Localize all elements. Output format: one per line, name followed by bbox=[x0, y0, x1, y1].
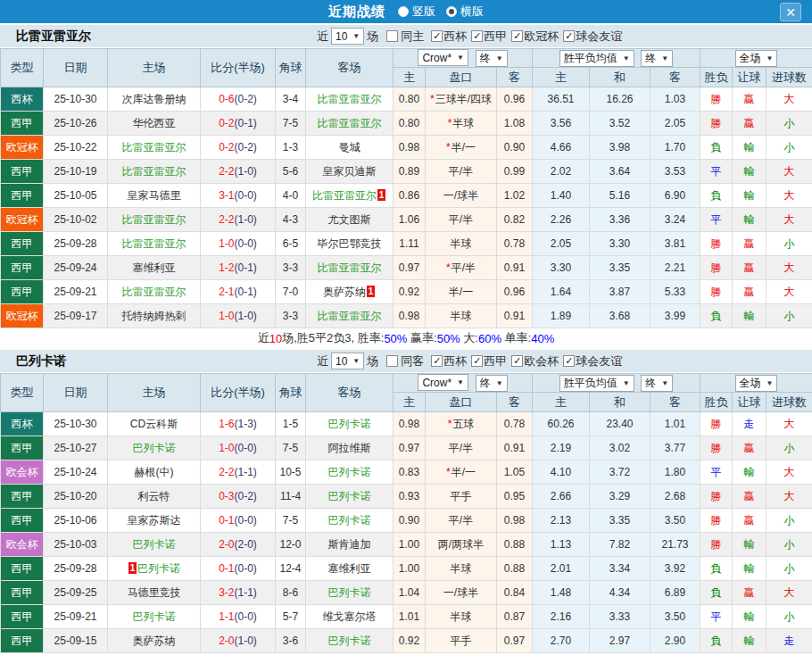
league-filter-checkbox[interactable]: ✓ bbox=[563, 355, 575, 367]
avg-home-odds: 36.51 bbox=[533, 87, 590, 112]
result-wdl: 平 bbox=[700, 605, 733, 629]
result-wdl: 負 bbox=[700, 557, 733, 581]
fulltime-score: 3-2 bbox=[219, 586, 234, 599]
corner-score: 3-3 bbox=[276, 256, 306, 280]
team-name: 比雷亚雷亚尔 bbox=[318, 310, 382, 322]
games-count-select[interactable]: 10 ▼ bbox=[331, 28, 364, 45]
avg-stage-select[interactable]: 终▼ bbox=[641, 375, 673, 392]
result-goals: 小 bbox=[766, 533, 812, 557]
match-date: 25-10-19 bbox=[44, 160, 108, 184]
home-team: 1巴列卡诺 bbox=[108, 557, 201, 581]
avg-stage-select[interactable]: 终▼ bbox=[641, 50, 673, 67]
col-result-wdl: 胜负 bbox=[700, 393, 733, 412]
chevron-down-icon: ▼ bbox=[352, 357, 360, 365]
away-odds: 0.78 bbox=[497, 232, 533, 256]
bookmaker-select[interactable]: Crow*▼ bbox=[418, 49, 468, 66]
scope-value: 全场 bbox=[740, 376, 761, 391]
result-goals: 走 bbox=[766, 629, 812, 653]
games-unit-label: 场 bbox=[367, 29, 378, 45]
team-name: 尤文图斯 bbox=[328, 213, 371, 226]
handicap-line: 半球 bbox=[426, 557, 497, 581]
league-filter-checkbox[interactable]: ✓ bbox=[431, 355, 443, 367]
fulltime-score: 3-1 bbox=[219, 189, 234, 202]
avg-draw-odds: 3.36 bbox=[590, 208, 650, 232]
radio-horizontal-layout[interactable]: 横版 bbox=[446, 4, 484, 20]
match-row: 西甲25-09-21巴列卡诺1-1(0-0)5-7维戈塞尔塔1.01半球0.87… bbox=[1, 605, 812, 629]
fulltime-score: 0-2 bbox=[219, 141, 234, 153]
summary-segment: 赢率: bbox=[407, 330, 436, 346]
result-goals: 大 bbox=[766, 256, 812, 280]
match-score: 0-2(0-2) bbox=[201, 136, 276, 160]
same-venue-checkbox[interactable] bbox=[386, 30, 398, 42]
home-team: 比雷亚雷亚尔 bbox=[108, 208, 201, 232]
games-count-value: 10 bbox=[336, 355, 347, 368]
home-odds: 0.97 bbox=[394, 256, 426, 280]
league-filter-checkbox[interactable]: ✓ bbox=[511, 355, 523, 367]
home-odds: 1.01 bbox=[394, 605, 426, 629]
radio-unselected-icon bbox=[398, 6, 409, 17]
league-type-badge: 西甲 bbox=[1, 581, 44, 605]
corner-score: 4-3 bbox=[276, 208, 306, 232]
avg-draw-odds: 3.87 bbox=[590, 280, 650, 304]
league-filter-checkbox[interactable]: ✓ bbox=[431, 30, 443, 42]
away-odds: 0.88 bbox=[497, 533, 533, 557]
result-handicap: 贏 bbox=[733, 112, 766, 136]
away-team: 巴列卡诺 bbox=[306, 460, 394, 485]
match-row: 欧冠杯25-10-22比雷亚雷亚尔0-2(0-2)1-3曼城0.98*半/一0.… bbox=[1, 136, 812, 160]
home-team: 皇家苏斯达 bbox=[108, 509, 201, 533]
scope-select[interactable]: 全场▼ bbox=[735, 375, 778, 392]
league-filter-checkbox[interactable]: ✓ bbox=[563, 30, 575, 42]
avg-type-select[interactable]: 胜平负均值▼ bbox=[559, 375, 634, 392]
team-name: 皇家马德里 bbox=[128, 189, 181, 202]
home-team: 利云特 bbox=[108, 485, 201, 509]
result-wdl: 負 bbox=[700, 184, 733, 208]
radio-vertical-layout[interactable]: 竖版 bbox=[398, 4, 435, 20]
odds-stage-select[interactable]: 终▼ bbox=[476, 50, 508, 67]
avg-draw-odds: 3.72 bbox=[590, 460, 650, 485]
team-name: 次库达鲁册纳 bbox=[122, 93, 186, 105]
result-handicap: 輸 bbox=[733, 557, 766, 581]
games-count-select[interactable]: 10 ▼ bbox=[331, 353, 364, 369]
close-button[interactable]: ✕ bbox=[780, 3, 801, 21]
odds-stage-select[interactable]: 终▼ bbox=[476, 375, 508, 392]
matches-table: 类型 日期 主场 比分(半场) 角球 客场 Crow*▼ 终▼ 胜平负均值▼ 终… bbox=[0, 373, 812, 653]
col-date: 日期 bbox=[44, 374, 108, 412]
avg-group-header: 胜平负均值▼ 终▼ bbox=[533, 49, 700, 68]
avg-away-odds: 3.24 bbox=[650, 208, 700, 232]
avg-home-odds: 2.02 bbox=[533, 160, 590, 184]
league-filter-checkbox[interactable]: ✓ bbox=[471, 30, 483, 42]
avg-away-odds: 21.73 bbox=[650, 533, 700, 557]
chevron-down-icon: ▼ bbox=[661, 54, 668, 62]
team-name: 阿拉维斯 bbox=[328, 442, 371, 454]
league-filter-checkbox[interactable]: ✓ bbox=[471, 355, 483, 367]
league-filter-label: 西杯 bbox=[443, 29, 467, 45]
match-date: 25-09-21 bbox=[44, 280, 108, 304]
match-score: 2-1(0-1) bbox=[201, 280, 276, 304]
bookmaker-select[interactable]: Crow*▼ bbox=[418, 374, 468, 391]
corner-score: 1-5 bbox=[276, 412, 306, 436]
same-venue-checkbox[interactable] bbox=[386, 355, 398, 367]
avg-home-odds: 1.64 bbox=[533, 280, 590, 304]
home-odds: 0.80 bbox=[394, 112, 426, 136]
avg-away-odds: 3.92 bbox=[650, 557, 700, 581]
fulltime-score: 2-0 bbox=[219, 538, 234, 551]
section-header: 比雷亚雷亚尔 近 10 ▼ 场 同主 ✓西杯✓西甲✓欧冠杯✓球会友谊 bbox=[0, 25, 812, 48]
corner-score: 7-5 bbox=[276, 509, 306, 533]
match-score: 0-1(0-0) bbox=[201, 557, 276, 581]
handicap-line: 平/半 bbox=[426, 509, 497, 533]
scope-select[interactable]: 全场▼ bbox=[735, 50, 778, 67]
fulltime-score: 1-0 bbox=[219, 310, 234, 322]
avg-home-odds: 3.30 bbox=[533, 256, 590, 280]
team-name: 毕尔巴鄂竞技 bbox=[318, 237, 382, 250]
avg-type-select[interactable]: 胜平负均值▼ bbox=[559, 50, 634, 67]
avg-away-odds: 3.53 bbox=[650, 160, 700, 184]
league-filter-checkbox[interactable]: ✓ bbox=[511, 30, 523, 42]
home-team: 比雷亚雷亚尔 bbox=[108, 160, 201, 184]
team-name: 比雷亚雷亚尔 bbox=[312, 189, 377, 202]
avg-away-odds: 1.80 bbox=[650, 460, 700, 485]
away-odds: 0.90 bbox=[497, 136, 533, 160]
away-odds: 0.84 bbox=[497, 581, 533, 605]
match-score: 1-6(1-3) bbox=[201, 412, 276, 436]
home-odds: 0.98 bbox=[394, 136, 426, 160]
result-wdl: 勝 bbox=[700, 509, 733, 533]
